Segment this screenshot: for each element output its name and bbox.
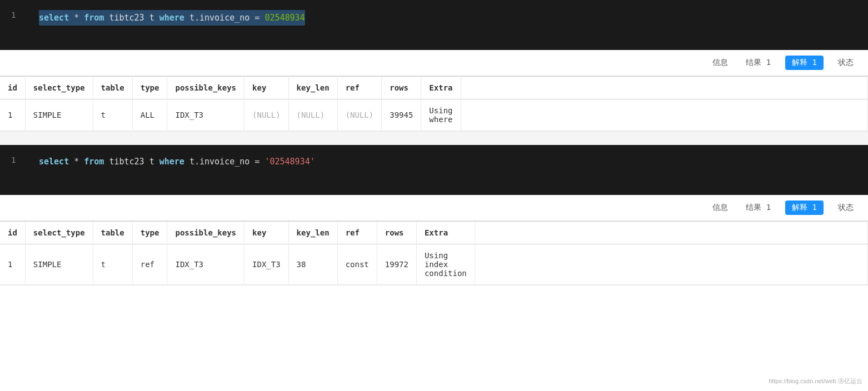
- cell-table-2: t: [93, 244, 132, 285]
- col-key-2: key: [245, 222, 289, 244]
- col-possible-keys-1: possible_keys: [167, 77, 245, 99]
- cell-type-2: ref: [132, 244, 167, 285]
- table-name-1: tibtc23 t: [109, 13, 159, 23]
- kw-star-1: *: [74, 13, 84, 23]
- col-extra-1: Extra: [421, 77, 461, 99]
- col-key-len-1: key_len: [288, 77, 337, 99]
- cell-key-1: (NULL): [245, 99, 289, 131]
- table-row: 1 SIMPLE t ALL IDX_T3 (NULL) (NULL) (NUL…: [0, 99, 868, 131]
- val-2: '02548934': [265, 157, 315, 167]
- cell-possible-keys-1: IDX_T3: [167, 99, 245, 131]
- tab-bar-2: 信息 结果 1 解释 1 状态: [0, 195, 868, 221]
- table-name-2: tibtc23 t: [109, 157, 159, 167]
- cell-type-1: ALL: [132, 99, 167, 131]
- op-eq-1: =: [255, 13, 265, 23]
- sql-editor-1: 1 select * from tibtc23 t where t.invoic…: [0, 0, 868, 50]
- sql-code-1: select * from tibtc23 t where t.invoice_…: [39, 10, 305, 26]
- col-type-1: type: [132, 77, 167, 99]
- tab-info-2[interactable]: 信息: [709, 200, 731, 215]
- cell-key-2: IDX_T3: [245, 244, 289, 285]
- col-ref-1: ref: [337, 77, 382, 99]
- table-header-row-2: id select_type table type possible_keys …: [0, 222, 868, 244]
- cell-select-type-1: SIMPLE: [25, 99, 93, 131]
- col-table-2: table: [93, 222, 132, 244]
- cell-ref-1: (NULL): [337, 99, 382, 131]
- kw-star-2: *: [74, 157, 84, 167]
- col-select-type-2: select_type: [25, 222, 93, 244]
- col-extra-2: Extra: [416, 222, 475, 244]
- col-rows-1: rows: [382, 77, 421, 99]
- cell-spacer-1: [461, 99, 867, 131]
- tab-status-2[interactable]: 状态: [835, 200, 857, 215]
- cell-possible-keys-2: IDX_T3: [167, 244, 245, 285]
- sql-editor-2: 1 select * from tibtc23 t where t.invoic…: [0, 145, 868, 195]
- cell-spacer-2: [475, 244, 867, 285]
- tab-explain-2[interactable]: 解释 1: [785, 200, 824, 215]
- col-type-2: type: [132, 222, 167, 244]
- result-table-1: id select_type table type possible_keys …: [0, 76, 868, 131]
- cell-table-1: t: [93, 99, 132, 131]
- col-name-2: t.invoice_no: [189, 157, 255, 167]
- cell-id-2: 1: [0, 244, 25, 285]
- kw-select-2: select: [39, 157, 69, 167]
- kw-from-1: from: [84, 13, 104, 23]
- cell-ref-2: const: [337, 244, 377, 285]
- table-header-row-1: id select_type table type possible_keys …: [0, 77, 868, 99]
- kw-where-1: where: [159, 13, 184, 23]
- col-key-1: key: [245, 77, 289, 99]
- col-key-len-2: key_len: [288, 222, 337, 244]
- tab-info-1[interactable]: 信息: [709, 56, 731, 70]
- tab-result-1[interactable]: 结果 1: [742, 56, 774, 70]
- val-1: 02548934: [265, 13, 305, 23]
- kw-where-2: where: [159, 157, 184, 167]
- col-select-type-1: select_type: [25, 77, 93, 99]
- page-container: 1 select * from tibtc23 t where t.invoic…: [0, 0, 868, 391]
- result-table-wrapper-2: id select_type table type possible_keys …: [0, 221, 868, 285]
- result-table-wrapper-1: id select_type table type possible_keys …: [0, 76, 868, 132]
- tab-status-1[interactable]: 状态: [835, 56, 857, 70]
- cell-id-1: 1: [0, 99, 25, 131]
- col-name-1: t.invoice_no: [189, 13, 255, 23]
- col-spacer-2: [475, 222, 867, 244]
- watermark: https://blog.csdn.net/web ⓐ亿运云: [769, 377, 862, 385]
- op-eq-2: =: [255, 157, 265, 167]
- cell-key-len-2: 38: [288, 244, 337, 285]
- col-spacer-1: [461, 77, 867, 99]
- table-row: 1 SIMPLE t ref IDX_T3 IDX_T3 38 const 19…: [0, 244, 868, 285]
- col-table-1: table: [93, 77, 132, 99]
- cell-extra-2: Using index condition: [416, 244, 475, 285]
- line-number-1: 1: [11, 10, 22, 19]
- col-id-2: id: [0, 222, 25, 244]
- tab-explain-1[interactable]: 解释 1: [785, 56, 824, 70]
- spacer-1: [0, 132, 868, 145]
- col-possible-keys-2: possible_keys: [167, 222, 245, 244]
- line-number-2: 1: [11, 155, 22, 164]
- col-rows-2: rows: [377, 222, 416, 244]
- result-table-2: id select_type table type possible_keys …: [0, 221, 868, 285]
- cell-extra-1: Using where: [421, 99, 461, 131]
- cell-rows-2: 19972: [377, 244, 416, 285]
- sql-code-2: select * from tibtc23 t where t.invoice_…: [39, 155, 315, 168]
- tab-result-2[interactable]: 结果 1: [742, 200, 774, 215]
- kw-select-1: select: [39, 13, 69, 23]
- kw-from-2: from: [84, 157, 104, 167]
- cell-key-len-1: (NULL): [288, 99, 337, 131]
- col-id-1: id: [0, 77, 25, 99]
- tab-bar-1: 信息 结果 1 解释 1 状态: [0, 50, 868, 76]
- cell-rows-1: 39945: [382, 99, 421, 131]
- col-ref-2: ref: [337, 222, 377, 244]
- cell-select-type-2: SIMPLE: [25, 244, 93, 285]
